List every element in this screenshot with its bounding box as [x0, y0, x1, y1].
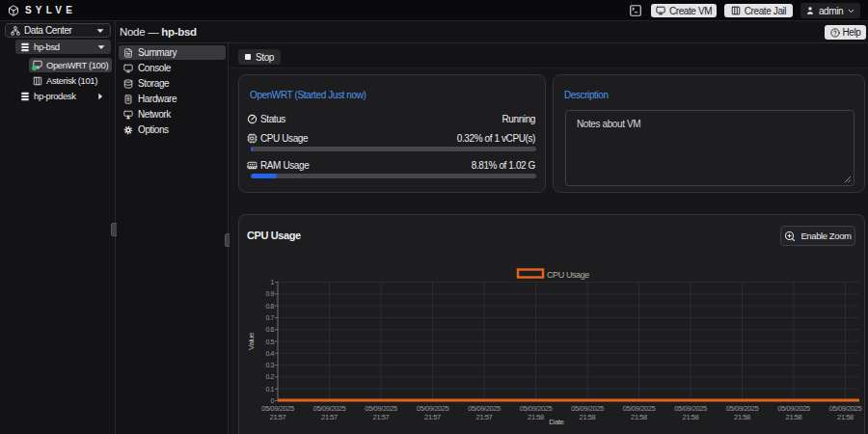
- svg-text:0.8: 0.8: [265, 303, 274, 310]
- svg-text:21:58: 21:58: [528, 413, 544, 421]
- svg-text:0.3: 0.3: [265, 362, 274, 368]
- svg-text:21:57: 21:57: [321, 413, 338, 421]
- svg-text:21:57: 21:57: [373, 413, 390, 421]
- svg-text:21:58: 21:58: [631, 413, 647, 421]
- svg-text:0: 0: [271, 397, 275, 404]
- svg-text:21:58: 21:58: [683, 413, 699, 421]
- svg-text:0.1: 0.1: [265, 386, 274, 393]
- svg-text:Date: Date: [549, 418, 564, 426]
- svg-text:Value: Value: [247, 332, 256, 350]
- svg-text:21:58: 21:58: [734, 413, 750, 421]
- svg-text:0.7: 0.7: [265, 314, 274, 321]
- svg-text:0.6: 0.6: [265, 326, 274, 333]
- svg-text:21:58: 21:58: [580, 413, 596, 421]
- svg-text:0.2: 0.2: [265, 373, 274, 380]
- svg-text:CPU Usage: CPU Usage: [547, 270, 589, 280]
- svg-text:21:57: 21:57: [270, 413, 286, 421]
- svg-text:21:58: 21:58: [837, 413, 854, 421]
- svg-text:21:58: 21:58: [786, 413, 802, 421]
- svg-text:21:57: 21:57: [424, 413, 441, 421]
- svg-text:0.4: 0.4: [265, 350, 274, 357]
- svg-text:21:57: 21:57: [476, 413, 493, 421]
- svg-text:0.5: 0.5: [265, 339, 274, 345]
- svg-text:1: 1: [271, 279, 275, 285]
- svg-text:0.9: 0.9: [265, 290, 274, 297]
